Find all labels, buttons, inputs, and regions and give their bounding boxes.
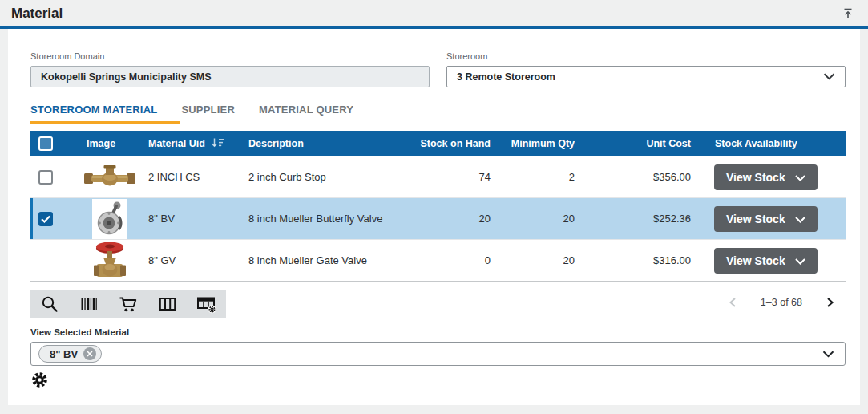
next-page-icon[interactable]	[825, 297, 836, 308]
table-row[interactable]: 8" BV 8 inch Mueller Butterfly Valve 20 …	[30, 198, 846, 240]
col-unit-cost: Unit Cost	[583, 138, 699, 149]
chevron-down-icon	[822, 347, 834, 361]
storeroom-domain-value: Kokopelli Springs Municipality SMS	[41, 71, 212, 83]
material-table: Image Material Uid Description Stock on …	[30, 131, 846, 282]
storeroom-value: 3 Remote Storeroom	[457, 71, 555, 83]
chevron-down-icon	[795, 171, 805, 184]
row-checkbox[interactable]	[38, 170, 53, 185]
collapse-top-icon[interactable]	[841, 6, 855, 21]
select-all-checkbox[interactable]	[38, 136, 53, 151]
table-row[interactable]: 2 INCH CS 2 inch Curb Stop 74 2 $356.00 …	[30, 156, 846, 198]
table-footer: 1–3 of 68	[30, 290, 846, 318]
storeroom-label: Storeroom	[446, 51, 846, 61]
material-uid: 8" BV	[148, 213, 248, 225]
material-image	[71, 199, 148, 239]
material-description: 8 inch Mueller Gate Valve	[248, 254, 418, 266]
chevron-down-icon	[795, 254, 805, 267]
minimum-qty: 20	[499, 254, 583, 266]
minimum-qty: 20	[499, 213, 583, 225]
storeroom-domain-label: Storeroom Domain	[30, 51, 430, 61]
material-description: 8 inch Mueller Butterfly Valve	[248, 213, 418, 225]
material-uid: 8" GV	[148, 254, 248, 266]
view-stock-button[interactable]: View Stock	[714, 164, 818, 190]
tab-material-query[interactable]: MATERIAL QUERY	[259, 104, 353, 124]
sort-icon	[211, 137, 225, 151]
chevron-down-icon	[795, 213, 805, 225]
material-image	[71, 241, 148, 281]
material-uid: 2 INCH CS	[148, 171, 248, 183]
table-toolbar	[30, 290, 226, 318]
previous-page-icon[interactable]	[727, 297, 738, 308]
search-icon[interactable]	[39, 294, 60, 315]
view-selected-section: View Selected Material 8" BV	[30, 327, 846, 366]
table-row[interactable]: 8" GV 8 inch Mueller Gate Valve 0 20 $31…	[30, 240, 846, 282]
col-description: Description	[248, 138, 418, 149]
row-checkbox[interactable]	[38, 212, 53, 226]
view-selected-select[interactable]: 8" BV	[30, 342, 846, 366]
col-minimum-qty: Minimum Qty	[499, 138, 583, 149]
filter-form: Storeroom Domain Kokopelli Springs Munic…	[30, 51, 846, 87]
barcode-icon[interactable]	[79, 294, 99, 315]
pagination: 1–3 of 68	[727, 297, 846, 308]
view-stock-button[interactable]: View Stock	[714, 248, 818, 274]
page-title: Material	[11, 6, 63, 22]
storeroom-domain-input: Kokopelli Springs Municipality SMS	[30, 66, 430, 87]
tab-bar: STOREROOM MATERIAL SUPPLIER MATERIAL QUE…	[30, 104, 353, 124]
col-image: Image	[71, 138, 148, 149]
view-selected-label: View Selected Material	[30, 327, 846, 337]
cart-icon[interactable]	[118, 294, 139, 315]
material-description: 2 inch Curb Stop	[248, 171, 418, 183]
stock-on-hand: 74	[418, 171, 499, 183]
view-stock-button[interactable]: View Stock	[714, 206, 818, 232]
chip-remove-icon[interactable]	[83, 347, 96, 360]
minimum-qty: 2	[499, 171, 583, 183]
col-stock-availability: Stock Availability	[699, 138, 846, 149]
table-settings-icon[interactable]	[196, 294, 217, 315]
top-bar: Material	[0, 0, 868, 26]
unit-cost: $316.00	[583, 254, 699, 266]
tab-supplier[interactable]: SUPPLIER	[181, 104, 235, 124]
storeroom-select[interactable]: 3 Remote Storeroom	[446, 66, 846, 87]
settings-gear-icon[interactable]	[30, 371, 50, 390]
pagination-range: 1–3 of 68	[761, 297, 802, 308]
unit-cost: $356.00	[583, 171, 699, 183]
tab-storeroom-material[interactable]: STOREROOM MATERIAL	[30, 104, 157, 124]
columns-icon[interactable]	[157, 294, 178, 315]
curb-stop-image	[84, 165, 135, 189]
storeroom-field: Storeroom 3 Remote Storeroom	[446, 51, 846, 87]
butterfly-valve-image	[92, 199, 127, 239]
stock-on-hand: 20	[418, 213, 499, 225]
col-stock-on-hand: Stock on Hand	[418, 138, 499, 149]
selected-material-chip[interactable]: 8" BV	[38, 345, 102, 363]
chevron-down-icon	[823, 71, 835, 83]
storeroom-domain-field: Storeroom Domain Kokopelli Springs Munic…	[30, 51, 430, 87]
unit-cost: $252.36	[583, 213, 699, 225]
material-screen: Material Storeroom Domain Kokopelli Spri…	[0, 0, 868, 26]
table-header-row: Image Material Uid Description Stock on …	[30, 131, 846, 156]
col-material-uid[interactable]: Material Uid	[148, 137, 248, 151]
content-card: Storeroom Domain Kokopelli Springs Munic…	[8, 29, 860, 405]
material-image	[71, 165, 148, 189]
stock-on-hand: 0	[418, 254, 499, 266]
gate-valve-image	[93, 241, 127, 281]
